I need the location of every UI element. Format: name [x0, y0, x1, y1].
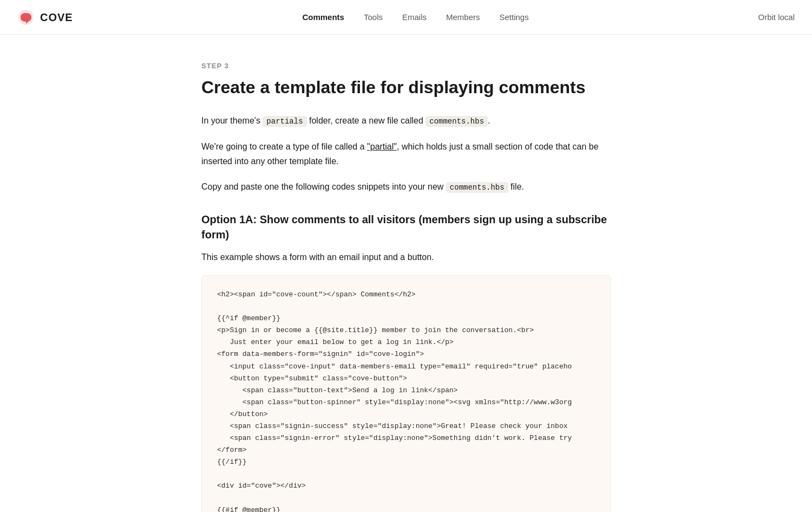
nav-emails[interactable]: Emails	[402, 11, 427, 24]
partial-link[interactable]: "partial"	[367, 142, 397, 151]
para3-prefix: Copy and paste one the following codes s…	[201, 182, 446, 191]
option-description: This example shows a form with an email …	[201, 250, 611, 264]
page-title: Create a template file for displaying co…	[201, 76, 611, 98]
logo-icon	[17, 9, 35, 26]
logo-link[interactable]: COVE	[17, 9, 73, 26]
step-label: STEP 3	[201, 61, 611, 72]
para1-middle: folder, create a new file called	[307, 116, 426, 125]
nav-tools[interactable]: Tools	[364, 11, 383, 24]
header: COVE Comments Tools Emails Members Setti…	[0, 0, 812, 35]
para1-prefix: In your theme's	[201, 116, 263, 125]
para1-suffix: .	[488, 116, 490, 125]
workspace-label[interactable]: Orbit local	[758, 11, 795, 24]
code-block: <h2><span id="cove-count"></span> Commen…	[201, 275, 611, 512]
paragraph-2: We're going to create a type of file cal…	[201, 139, 611, 168]
partials-code: partials	[263, 116, 306, 127]
nav-comments[interactable]: Comments	[302, 11, 344, 24]
code-content: <h2><span id="cove-count"></span> Commen…	[217, 290, 572, 512]
para3-suffix: file.	[508, 182, 524, 191]
main-content: STEP 3 Create a template file for displa…	[184, 35, 628, 512]
nav-members[interactable]: Members	[446, 11, 480, 24]
comments-hbs-code-1: comments.hbs	[425, 116, 488, 127]
nav-settings[interactable]: Settings	[500, 11, 529, 24]
comments-hbs-code-2: comments.hbs	[446, 182, 508, 193]
main-nav: Comments Tools Emails Members Settings	[302, 11, 528, 24]
logo-text: COVE	[40, 9, 73, 26]
paragraph-3: Copy and paste one the following codes s…	[201, 179, 611, 195]
option-heading: Option 1A: Show comments to all visitors…	[201, 212, 611, 242]
paragraph-1: In your theme's partials folder, create …	[201, 113, 611, 128]
